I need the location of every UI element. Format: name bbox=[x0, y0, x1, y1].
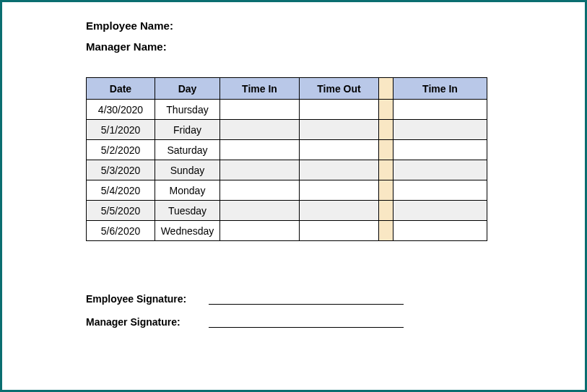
header-date: Date bbox=[87, 78, 155, 100]
cell-time-in2[interactable] bbox=[393, 160, 487, 180]
cell-time-in2[interactable] bbox=[393, 180, 487, 201]
cell-time-out[interactable] bbox=[300, 160, 379, 180]
employee-signature-label: Employee Signature: bbox=[86, 293, 209, 305]
table-row: 5/3/2020 Sunday bbox=[87, 160, 487, 180]
cell-time-in2[interactable] bbox=[393, 140, 487, 160]
cell-time-out[interactable] bbox=[300, 100, 379, 120]
cell-gap bbox=[379, 140, 393, 160]
cell-gap bbox=[379, 180, 393, 201]
table-row: 5/2/2020 Saturday bbox=[87, 140, 487, 160]
cell-time-out[interactable] bbox=[300, 201, 379, 221]
manager-signature-label: Manager Signature: bbox=[86, 316, 209, 328]
table-row: 5/1/2020 Friday bbox=[87, 120, 487, 140]
cell-time-in[interactable] bbox=[220, 160, 300, 180]
cell-time-in[interactable] bbox=[220, 100, 300, 120]
cell-date: 4/30/2020 bbox=[87, 100, 155, 120]
cell-gap bbox=[379, 160, 393, 180]
cell-date: 5/4/2020 bbox=[87, 180, 155, 201]
cell-day: Monday bbox=[155, 180, 220, 201]
cell-time-in[interactable] bbox=[220, 120, 300, 140]
cell-time-in[interactable] bbox=[220, 140, 300, 160]
header-time-out: Time Out bbox=[300, 78, 379, 100]
cell-time-out[interactable] bbox=[300, 221, 379, 241]
signature-block: Employee Signature: Manager Signature: bbox=[86, 293, 563, 328]
employee-name-label: Employee Name: bbox=[86, 19, 563, 32]
timesheet-table: Date Day Time In Time Out Time In 4/30/2… bbox=[86, 77, 487, 241]
cell-date: 5/1/2020 bbox=[87, 120, 155, 140]
cell-day: Tuesday bbox=[155, 201, 220, 221]
cell-day: Sunday bbox=[155, 160, 220, 180]
cell-time-in2[interactable] bbox=[393, 100, 487, 120]
header-gap bbox=[379, 78, 393, 100]
table-row: 5/5/2020 Tuesday bbox=[87, 201, 487, 221]
cell-time-in[interactable] bbox=[220, 221, 300, 241]
cell-day: Saturday bbox=[155, 140, 220, 160]
header-labels: Employee Name: Manager Name: bbox=[86, 19, 563, 53]
manager-signature-line[interactable] bbox=[209, 318, 404, 328]
cell-time-in[interactable] bbox=[220, 201, 300, 221]
cell-gap bbox=[379, 120, 393, 140]
manager-signature-row: Manager Signature: bbox=[86, 316, 563, 328]
cell-day: Thursday bbox=[155, 100, 220, 120]
cell-time-in2[interactable] bbox=[393, 201, 487, 221]
table-row: 4/30/2020 Thursday bbox=[87, 100, 487, 120]
cell-time-out[interactable] bbox=[300, 140, 379, 160]
table-header-row: Date Day Time In Time Out Time In bbox=[87, 78, 487, 100]
employee-signature-row: Employee Signature: bbox=[86, 293, 563, 305]
header-time-in2: Time In bbox=[393, 78, 487, 100]
manager-name-label: Manager Name: bbox=[86, 40, 563, 53]
cell-time-out[interactable] bbox=[300, 180, 379, 201]
cell-date: 5/3/2020 bbox=[87, 160, 155, 180]
cell-gap bbox=[379, 221, 393, 241]
cell-day: Wednesday bbox=[155, 221, 220, 241]
cell-time-out[interactable] bbox=[300, 120, 379, 140]
timesheet-table-wrap: Date Day Time In Time Out Time In 4/30/2… bbox=[86, 77, 563, 241]
table-row: 5/4/2020 Monday bbox=[87, 180, 487, 201]
header-day: Day bbox=[155, 78, 220, 100]
employee-signature-line[interactable] bbox=[209, 295, 404, 305]
cell-gap bbox=[379, 201, 393, 221]
cell-time-in[interactable] bbox=[220, 180, 300, 201]
table-row: 5/6/2020 Wednesday bbox=[87, 221, 487, 241]
cell-date: 5/6/2020 bbox=[87, 221, 155, 241]
cell-time-in2[interactable] bbox=[393, 120, 487, 140]
cell-day: Friday bbox=[155, 120, 220, 140]
cell-gap bbox=[379, 100, 393, 120]
cell-time-in2[interactable] bbox=[393, 221, 487, 241]
cell-date: 5/2/2020 bbox=[87, 140, 155, 160]
timesheet-form: Employee Name: Manager Name: Date Day Ti… bbox=[0, 0, 587, 392]
cell-date: 5/5/2020 bbox=[87, 201, 155, 221]
header-time-in: Time In bbox=[220, 78, 300, 100]
